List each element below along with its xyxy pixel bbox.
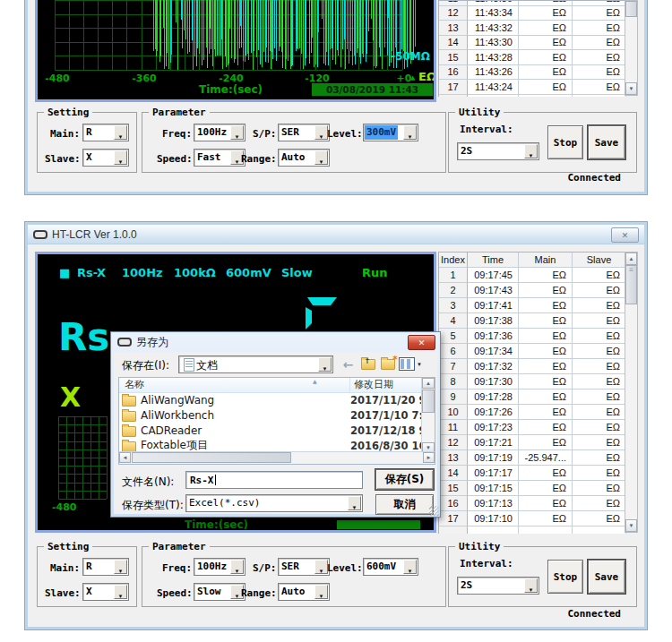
file-row[interactable]: CADReader2017/12/18 9:35 bbox=[119, 423, 424, 438]
table-row[interactable]: 909:17:28EΩEΩ bbox=[439, 389, 626, 405]
table-row[interactable] bbox=[439, 526, 626, 534]
up-folder-button[interactable]: ↑ bbox=[359, 356, 376, 372]
table-row[interactable]: 1611:43:26EΩEΩ bbox=[439, 65, 626, 81]
combo-value: 2S bbox=[461, 145, 472, 157]
table-row[interactable]: 509:17:36EΩEΩ bbox=[439, 329, 626, 344]
table-row[interactable]: 609:17:34EΩEΩ bbox=[439, 344, 626, 359]
table-row[interactable]: 1509:17:15EΩEΩ bbox=[439, 481, 626, 496]
table-row[interactable]: 109:17:45EΩEΩ bbox=[439, 268, 626, 283]
scroll-down-button[interactable]: ▼ bbox=[625, 82, 637, 95]
freq-select[interactable]: 100Hz ▼ bbox=[194, 558, 246, 576]
scroll-up-button[interactable]: ▲ bbox=[422, 378, 435, 389]
table-row[interactable]: 1411:43:30EΩEΩ bbox=[439, 36, 626, 51]
table-cell: 15 bbox=[439, 50, 468, 65]
dropdown-arrow-icon[interactable]: ▼ bbox=[403, 560, 417, 574]
table-row[interactable]: 1609:17:13EΩEΩ bbox=[439, 496, 626, 511]
save-button[interactable]: Save bbox=[588, 560, 625, 594]
dropdown-arrow-icon[interactable]: ▼ bbox=[114, 125, 127, 140]
back-button[interactable]: ← bbox=[340, 356, 357, 372]
save-in-select[interactable]: 文档 ▼ bbox=[178, 355, 333, 373]
dropdown-arrow-icon[interactable]: ▼ bbox=[318, 357, 332, 372]
views-button[interactable]: ▼ bbox=[399, 356, 422, 372]
dialog-cancel-button[interactable]: 取消 bbox=[375, 494, 434, 515]
dropdown-arrow-icon[interactable]: ▼ bbox=[403, 125, 417, 140]
speed-select[interactable]: Fast ▼ bbox=[194, 149, 246, 167]
table-row[interactable]: 1109:17:23EΩEΩ bbox=[439, 420, 626, 435]
interval-select[interactable]: 2S ▼ bbox=[457, 142, 539, 160]
table-row[interactable]: 1709:17:10EΩEΩ bbox=[439, 511, 626, 526]
freq-select[interactable]: 100Hz ▼ bbox=[194, 124, 246, 141]
scrollbar-thumb[interactable] bbox=[422, 389, 435, 413]
sp-select[interactable]: SER ▼ bbox=[278, 124, 330, 141]
dropdown-arrow-icon[interactable]: ▼ bbox=[524, 578, 538, 593]
table-row[interactable]: 1409:17:17EΩEΩ bbox=[439, 466, 626, 481]
table-row[interactable]: 1009:17:26EΩEΩ bbox=[439, 405, 626, 420]
file-list-hscrollbar[interactable]: ◄ ► bbox=[119, 451, 435, 464]
table-row[interactable]: 1211:43:34EΩEΩ bbox=[439, 6, 626, 21]
sp-select[interactable]: SER ▼ bbox=[278, 558, 330, 576]
main-select[interactable]: R ▼ bbox=[82, 124, 129, 141]
title-bar[interactable]: HT-LCR Ver 1.0.0 bbox=[28, 225, 644, 244]
table-row[interactable]: 1209:17:21EΩEΩ bbox=[439, 435, 626, 450]
dropdown-arrow-icon[interactable]: ▼ bbox=[314, 125, 328, 140]
dropdown-arrow-icon[interactable]: ▼ bbox=[348, 496, 361, 510]
table-row[interactable]: 809:17:30EΩEΩ bbox=[439, 374, 626, 389]
scrollbar-thumb[interactable] bbox=[132, 452, 291, 463]
file-list-header[interactable]: 名称 修改日期 ▲ bbox=[119, 378, 424, 393]
chevron-right-icon: ► bbox=[426, 455, 432, 460]
scroll-right-button[interactable]: ► bbox=[423, 452, 435, 463]
stop-button[interactable]: Stop bbox=[547, 125, 583, 159]
table-row[interactable]: 709:17:32EΩEΩ bbox=[439, 359, 626, 374]
main-select[interactable]: R ▼ bbox=[82, 558, 129, 576]
date-column-header[interactable]: 修改日期 bbox=[350, 378, 393, 392]
table-scrollbar[interactable]: ▲ ≡ ▼ bbox=[625, 252, 638, 533]
dialog-save-button[interactable]: 保存(S) bbox=[375, 469, 434, 490]
filetype-label: 保存类型(T): bbox=[122, 498, 184, 513]
window-close-button[interactable]: ✕ bbox=[611, 227, 639, 243]
table-scrollbar-top[interactable]: ▼ bbox=[625, 0, 638, 96]
dropdown-arrow-icon[interactable]: ▼ bbox=[314, 560, 328, 574]
level-select[interactable]: 600mV ▼ bbox=[363, 558, 418, 576]
dropdown-arrow-icon[interactable]: ▼ bbox=[230, 125, 244, 140]
table-row[interactable]: 409:17:38EΩEΩ bbox=[439, 313, 626, 329]
table-row[interactable] bbox=[439, 95, 626, 98]
filetype-select[interactable]: Excel(*.csv) ▼ bbox=[185, 494, 363, 512]
table-row[interactable]: 1311:43:32EΩEΩ bbox=[439, 21, 626, 36]
slave-select[interactable]: X ▼ bbox=[82, 149, 129, 167]
seven-segment-digit-icon bbox=[304, 296, 338, 330]
dropdown-arrow-icon[interactable]: ▼ bbox=[314, 150, 328, 165]
dropdown-arrow-icon[interactable]: ▼ bbox=[114, 585, 127, 599]
dropdown-arrow-icon[interactable]: ▼ bbox=[114, 560, 127, 574]
scroll-left-button[interactable]: ◄ bbox=[119, 452, 131, 463]
file-list-vscrollbar[interactable]: ▲ ▼ bbox=[421, 378, 435, 453]
scroll-down-button[interactable]: ▼ bbox=[625, 519, 637, 532]
level-select[interactable]: 300mV ▼ bbox=[363, 124, 418, 141]
range-select[interactable]: Auto ▼ bbox=[278, 583, 330, 601]
resize-grip-icon[interactable] bbox=[429, 506, 439, 516]
dialog-close-button[interactable]: ✕ bbox=[408, 335, 435, 350]
table-row[interactable]: 209:17:43EΩEΩ bbox=[439, 283, 626, 298]
table-row[interactable]: 1309:17:19-25.947...EΩ bbox=[439, 450, 626, 466]
slave-select[interactable]: X ▼ bbox=[82, 583, 129, 601]
dropdown-arrow-icon[interactable]: ▼ bbox=[114, 150, 127, 165]
file-row[interactable]: AliWorkbench2017/1/10 7:44 bbox=[119, 407, 424, 423]
dropdown-arrow-icon[interactable]: ▼ bbox=[524, 144, 538, 158]
table-cell bbox=[519, 526, 573, 534]
scroll-up-button[interactable]: ▲ bbox=[625, 253, 637, 265]
scrollbar-thumb[interactable] bbox=[625, 1, 637, 17]
new-folder-button[interactable]: * bbox=[379, 356, 396, 372]
table-row[interactable]: 309:17:41EΩEΩ bbox=[439, 298, 626, 313]
dropdown-arrow-icon[interactable]: ▼ bbox=[314, 585, 328, 599]
interval-select[interactable]: 2S ▼ bbox=[457, 577, 539, 595]
scrollbar-thumb[interactable]: ≡ bbox=[625, 265, 637, 304]
range-select[interactable]: Auto ▼ bbox=[278, 149, 330, 167]
dialog-title-bar[interactable]: 另存为 bbox=[111, 332, 440, 352]
table-row[interactable]: 1711:43:24EΩEΩ bbox=[439, 80, 626, 95]
stop-button[interactable]: Stop bbox=[547, 560, 583, 594]
save-button[interactable]: Save bbox=[588, 125, 625, 159]
file-row[interactable]: AliWangWang2017/11/20 9:29 bbox=[119, 392, 424, 407]
dropdown-arrow-icon[interactable]: ▼ bbox=[230, 560, 244, 574]
speed-select[interactable]: Slow ▼ bbox=[194, 583, 246, 601]
table-row[interactable]: 1511:43:28EΩEΩ bbox=[439, 50, 626, 65]
filename-input[interactable]: Rs-X bbox=[185, 471, 363, 489]
